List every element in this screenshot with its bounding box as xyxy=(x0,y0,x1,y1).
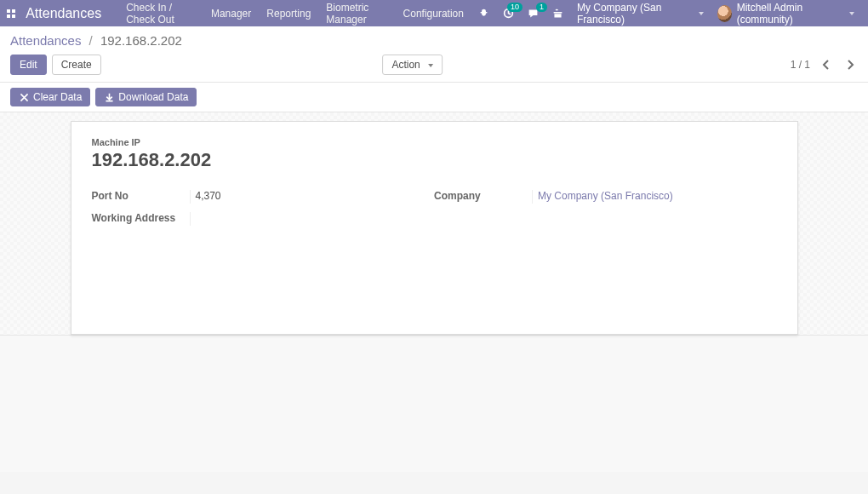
pager-prev[interactable] xyxy=(819,58,834,72)
gift-icon[interactable] xyxy=(545,0,570,26)
pager-next[interactable] xyxy=(842,58,858,72)
download-icon xyxy=(104,92,115,103)
field-value: 4,370 xyxy=(190,190,435,204)
clear-data-label: Clear Data xyxy=(33,91,82,103)
breadcrumb: Attendances / 192.168.2.202 xyxy=(10,33,182,48)
field-working-address: Working Address xyxy=(92,212,435,229)
nav-item-configuration[interactable]: Configuration xyxy=(396,0,471,26)
left-column: Port No 4,370 Working Address xyxy=(92,190,435,234)
navbar-left: Attendances Check In / Check Out Manager… xyxy=(0,0,471,26)
clear-data-button[interactable]: Clear Data xyxy=(10,88,90,106)
breadcrumb-root[interactable]: Attendances xyxy=(10,33,81,48)
title-value: 192.168.2.202 xyxy=(92,149,777,171)
create-button[interactable]: Create xyxy=(52,55,101,75)
field-port-no: Port No 4,370 xyxy=(92,190,435,207)
action-label: Action xyxy=(391,59,420,71)
field-label: Port No xyxy=(92,190,190,202)
avatar xyxy=(717,5,732,22)
field-value xyxy=(190,212,435,226)
nav-item-manager[interactable]: Manager xyxy=(203,0,259,26)
control-panel: Attendances / 192.168.2.202 Edit Create … xyxy=(0,26,868,83)
field-label: Working Address xyxy=(92,212,190,224)
right-column: Company My Company (San Francisco) xyxy=(434,190,777,234)
user-label: Mitchell Admin (community) xyxy=(737,2,841,26)
navbar-right: 10 1 My Company (San Francisco) Mitchell… xyxy=(471,0,868,26)
download-data-button[interactable]: Download Data xyxy=(95,88,197,106)
field-label: Company xyxy=(434,190,532,202)
pager-text: 1 / 1 xyxy=(791,59,810,71)
company-label: My Company (San Francisco) xyxy=(577,2,690,26)
form-sheet: Machine IP 192.168.2.202 Port No 4,370 W… xyxy=(71,121,798,335)
edit-button[interactable]: Edit xyxy=(10,55,47,75)
user-menu[interactable]: Mitchell Admin (community) xyxy=(711,0,861,26)
title-label: Machine IP xyxy=(92,137,777,147)
below-sheet-area xyxy=(0,336,868,472)
company-link[interactable]: My Company (San Francisco) xyxy=(538,190,673,202)
breadcrumb-current: 192.168.2.202 xyxy=(100,33,182,48)
navbar: Attendances Check In / Check Out Manager… xyxy=(0,0,868,26)
form-background: Machine IP 192.168.2.202 Port No 4,370 W… xyxy=(0,112,868,336)
app-title[interactable]: Attendances xyxy=(22,6,118,21)
action-button[interactable]: Action xyxy=(382,55,443,75)
apps-icon[interactable] xyxy=(0,0,22,26)
debug-icon[interactable] xyxy=(471,0,496,26)
download-data-label: Download Data xyxy=(118,91,188,103)
field-value: My Company (San Francisco) xyxy=(532,190,777,204)
nav-item-biometric[interactable]: Biometric Manager xyxy=(318,0,395,26)
caret-icon xyxy=(428,64,433,67)
nav-item-reporting[interactable]: Reporting xyxy=(259,0,318,26)
field-company: Company My Company (San Francisco) xyxy=(434,190,777,207)
action-strip: Clear Data Download Data xyxy=(0,83,868,112)
nav-menu: Check In / Check Out Manager Reporting B… xyxy=(118,0,471,26)
close-icon xyxy=(19,92,30,103)
nav-item-checkin[interactable]: Check In / Check Out xyxy=(118,0,203,26)
caret-icon xyxy=(699,12,704,15)
activities-icon[interactable]: 10 xyxy=(496,0,521,26)
company-selector[interactable]: My Company (San Francisco) xyxy=(570,0,711,26)
messages-icon[interactable]: 1 xyxy=(521,0,545,26)
pager: 1 / 1 xyxy=(791,58,858,72)
caret-icon xyxy=(849,12,854,15)
